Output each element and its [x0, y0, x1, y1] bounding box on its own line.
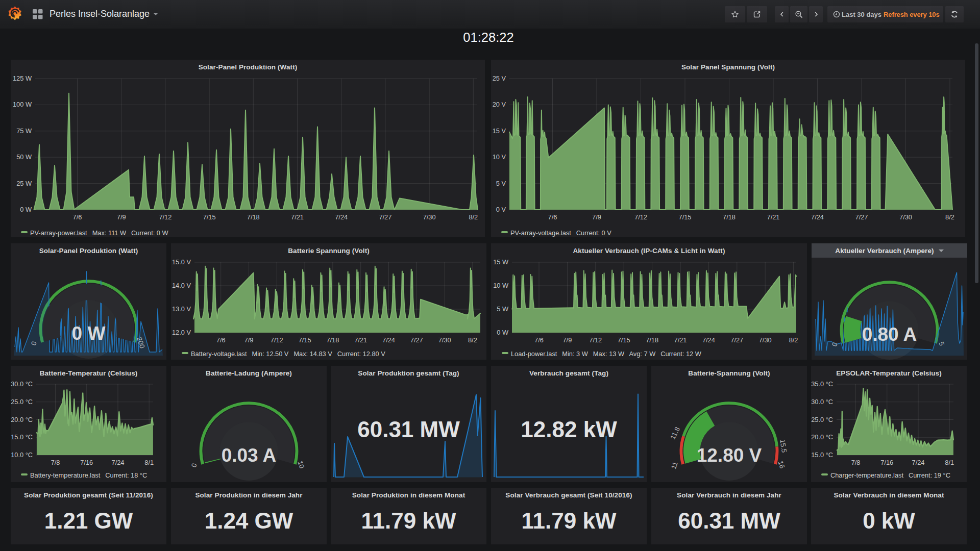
svg-text:7/15: 7/15 — [679, 213, 692, 221]
svg-text:7/21: 7/21 — [674, 336, 687, 344]
svg-text:20 V: 20 V — [493, 101, 506, 108]
svg-text:13.0 V: 13.0 V — [172, 305, 191, 313]
svg-text:15.0 V: 15.0 V — [172, 258, 191, 266]
svg-text:11: 11 — [670, 461, 679, 470]
svg-text:Battery-temperature.lastCurren: Battery-temperature.lastCurrent: 18 °C — [30, 471, 147, 479]
svg-text:0.80 A: 0.80 A — [862, 324, 917, 345]
svg-text:0 W: 0 W — [20, 206, 32, 213]
svg-text:7/12: 7/12 — [589, 336, 602, 344]
svg-text:15.0 °C: 15.0 °C — [811, 451, 833, 459]
svg-text:7/27: 7/27 — [730, 336, 743, 344]
svg-text:7/30: 7/30 — [759, 336, 772, 344]
svg-text:7/15: 7/15 — [203, 213, 216, 221]
svg-text:100 W: 100 W — [13, 101, 32, 108]
svg-text:7/9: 7/9 — [117, 213, 126, 221]
svg-text:60.31 MW: 60.31 MW — [357, 417, 460, 442]
svg-text:8/2: 8/2 — [469, 213, 478, 221]
svg-text:7/9: 7/9 — [592, 213, 601, 221]
svg-text:12.82 kW: 12.82 kW — [521, 417, 617, 442]
svg-text:75 W: 75 W — [16, 127, 32, 135]
svg-text:35.0 °C: 35.0 °C — [811, 380, 833, 388]
svg-text:7/24: 7/24 — [335, 213, 348, 221]
svg-text:7/6: 7/6 — [548, 213, 557, 221]
svg-text:10 V: 10 V — [493, 153, 506, 161]
svg-text:7/27: 7/27 — [410, 336, 423, 344]
svg-text:7/24: 7/24 — [112, 459, 125, 466]
svg-text:7/8: 7/8 — [851, 459, 861, 466]
svg-text:PV-array-voltage.lastCurrent:: PV-array-voltage.lastCurrent: 0 V — [510, 229, 611, 237]
svg-text:7/12: 7/12 — [271, 336, 283, 344]
svg-text:PV-array-power.lastMax: 111 WC: PV-array-power.lastMax: 111 WCurrent: 0 … — [30, 229, 169, 237]
svg-text:125 W: 125 W — [13, 74, 32, 82]
svg-text:5 V: 5 V — [496, 180, 506, 187]
svg-text:7/21: 7/21 — [767, 213, 780, 221]
svg-text:15 W: 15 W — [493, 258, 509, 266]
svg-text:7/18: 7/18 — [247, 213, 260, 221]
svg-text:7/30: 7/30 — [899, 213, 912, 221]
svg-text:20.0 °C: 20.0 °C — [11, 416, 33, 423]
svg-text:0 W: 0 W — [497, 329, 509, 336]
svg-text:25.0 °C: 25.0 °C — [811, 416, 833, 423]
svg-text:15.0 °C: 15.0 °C — [11, 433, 33, 441]
svg-text:7/30: 7/30 — [438, 336, 451, 344]
svg-text:7/18: 7/18 — [646, 336, 658, 344]
svg-text:25.0 °C: 25.0 °C — [11, 398, 33, 406]
svg-text:14.0 V: 14.0 V — [172, 282, 191, 289]
svg-text:7/6: 7/6 — [534, 336, 544, 344]
svg-text:16: 16 — [776, 460, 786, 469]
svg-text:50 W: 50 W — [16, 153, 32, 161]
svg-text:7/16: 7/16 — [80, 459, 93, 466]
svg-text:Load-power.lastMin: 3 WMax: 13: Load-power.lastMin: 3 WMax: 13 WAvg: 7 W… — [511, 350, 702, 358]
svg-text:25 W: 25 W — [16, 180, 32, 187]
svg-text:7/16: 7/16 — [880, 459, 893, 466]
svg-text:7/18: 7/18 — [326, 336, 339, 344]
svg-text:15 V: 15 V — [493, 127, 506, 135]
svg-text:7/6: 7/6 — [73, 213, 82, 221]
svg-text:7/6: 7/6 — [216, 336, 226, 344]
svg-text:7/18: 7/18 — [723, 213, 736, 221]
svg-text:7/24: 7/24 — [382, 336, 395, 344]
svg-text:5 W: 5 W — [497, 305, 509, 313]
svg-text:11.8: 11.8 — [669, 425, 681, 440]
svg-text:8/2: 8/2 — [468, 336, 477, 344]
svg-text:0: 0 — [190, 462, 199, 468]
svg-text:10.0 °C: 10.0 °C — [11, 451, 33, 459]
svg-text:Charger-temperature.lastCurren: Charger-temperature.lastCurrent: 19 °C — [830, 471, 950, 479]
svg-text:10: 10 — [296, 460, 306, 469]
svg-text:7/27: 7/27 — [379, 213, 391, 221]
svg-text:10 W: 10 W — [493, 282, 509, 289]
svg-text:30.0 °C: 30.0 °C — [811, 398, 833, 406]
svg-text:7/27: 7/27 — [855, 213, 868, 221]
svg-text:7/21: 7/21 — [354, 336, 367, 344]
svg-text:12.0 V: 12.0 V — [172, 329, 191, 336]
svg-text:30.0 °C: 30.0 °C — [11, 380, 33, 388]
svg-text:7/24: 7/24 — [702, 336, 715, 344]
svg-text:25 V: 25 V — [493, 74, 506, 82]
svg-text:0.03 A: 0.03 A — [222, 445, 277, 466]
svg-text:7/24: 7/24 — [811, 213, 824, 221]
svg-text:7/21: 7/21 — [291, 213, 304, 221]
svg-text:0 V: 0 V — [496, 206, 506, 213]
svg-text:7/30: 7/30 — [423, 213, 436, 221]
svg-text:12.80 V: 12.80 V — [697, 445, 762, 466]
svg-text:7/24: 7/24 — [912, 459, 925, 466]
svg-text:7/9: 7/9 — [563, 336, 572, 344]
svg-text:7/15: 7/15 — [299, 336, 311, 344]
svg-text:8/1: 8/1 — [945, 459, 954, 466]
svg-text:15.5: 15.5 — [778, 439, 788, 453]
svg-text:7/12: 7/12 — [634, 213, 647, 221]
svg-text:7/8: 7/8 — [51, 459, 60, 466]
svg-text:20.0 °C: 20.0 °C — [811, 433, 833, 441]
svg-text:7/12: 7/12 — [159, 213, 172, 221]
svg-text:8/2: 8/2 — [945, 213, 954, 221]
svg-text:8/2: 8/2 — [789, 336, 798, 344]
svg-text:Battery-voltage.lastMin: 12.50: Battery-voltage.lastMin: 12.50 VMax: 14.… — [191, 350, 385, 358]
svg-text:7/15: 7/15 — [618, 336, 630, 344]
svg-text:0 W: 0 W — [72, 323, 106, 344]
svg-text:8/1: 8/1 — [144, 459, 154, 466]
svg-text:7/9: 7/9 — [244, 336, 254, 344]
